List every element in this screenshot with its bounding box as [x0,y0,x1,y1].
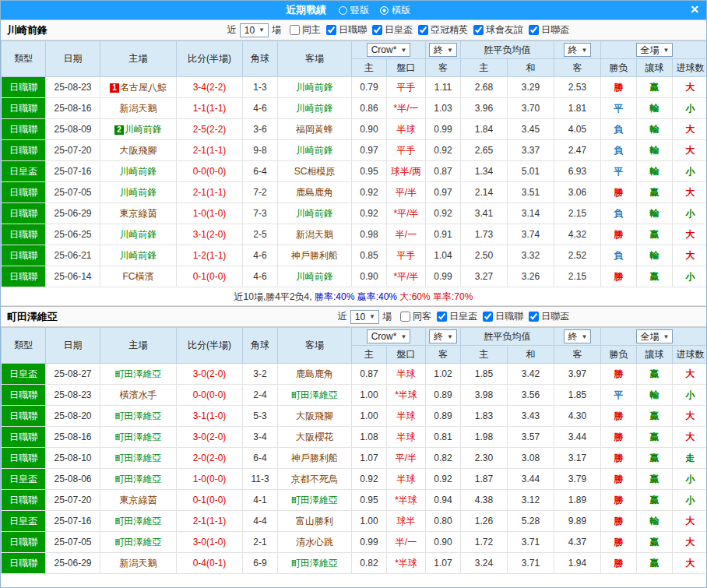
team-name-link[interactable]: 町田澤維亞 [115,516,162,526]
filter-checkbox[interactable]: 日聯盃 [529,23,569,37]
filter-checkbox[interactable]: 日職聯 [483,310,523,323]
team-name-link[interactable]: 町田澤維亞 [291,495,338,505]
team-name-link[interactable]: 川崎前鋒 [120,250,157,261]
section-header-bar: 川崎前鋒 近 10 ▼ 場 同主日職聯日皇盃亞冠精英球會友誼日聯盃 [1,19,706,40]
filter-checkbox[interactable]: 日皇盃 [372,23,413,37]
final-avg-header: 終 ▼ [554,41,601,59]
filter-checkbox[interactable]: 日聯盃 [529,310,569,323]
rank-badge: 1 [110,83,119,93]
team-name-link[interactable]: 東京綠茵 [120,208,157,219]
final-avg-select[interactable]: 終 ▼ [564,43,592,57]
team-name-link[interactable]: 鹿島鹿角 [296,368,333,379]
checkbox-input[interactable] [529,312,539,322]
team-name-link[interactable]: 川崎前鋒 [296,82,333,93]
team-name-link[interactable]: 川崎前鋒 [296,271,333,282]
score-cell: 2-1(1-1) [177,511,243,532]
checkbox-label: 同客 [413,310,431,323]
full-match-value: 全場 [641,44,660,57]
corner-cell: 4-6 [243,245,278,266]
filter-checkbox[interactable]: 日職聯 [326,23,367,37]
team-name-link[interactable]: 神戶勝利船 [291,452,338,463]
full-match-select[interactable]: 全場 ▼ [636,43,674,57]
radio-horizontal-layout[interactable]: 橫版 [380,4,410,17]
team-name-link[interactable]: 町田澤維亞 [115,368,162,379]
handicap-result-cell: 贏 [637,532,673,553]
team-name-link[interactable]: 富山勝利 [296,516,333,526]
team-name-link[interactable]: 大阪飛腳 [296,410,333,421]
checkbox-input[interactable] [400,312,410,322]
team-name-link[interactable]: 町田澤維亞 [291,389,338,400]
checkbox-input[interactable] [372,25,382,35]
home-team-cell: 町田澤維亞 [100,406,177,427]
team-name-link[interactable]: 福岡黃蜂 [296,124,333,135]
away-odds-cell: 1.07 [426,553,461,574]
final-avg-select[interactable]: 終 ▼ [564,329,592,343]
team-name-link[interactable]: 橫濱水手 [120,389,157,400]
away-odds-cell: 0.92 [426,203,461,224]
filter-checkbox[interactable]: 同客 [400,310,431,323]
corner-cell: 9-8 [243,140,278,161]
final-odds-select[interactable]: 終 ▼ [429,43,457,57]
full-match-select[interactable]: 全場 ▼ [636,329,674,343]
team-name-link[interactable]: 新潟天鵝 [296,229,333,240]
team-name-link[interactable]: 町田澤維亞 [115,537,162,548]
filter-checkbox[interactable]: 球會友誼 [473,23,523,37]
team-name-link[interactable]: FC橫濱 [123,271,154,282]
subcol-away-odds: 客 [426,59,461,77]
team-name-link[interactable]: 清水心跳 [296,537,333,548]
team-name-link[interactable]: 名古屋八鯨 [120,82,167,93]
checkbox-input[interactable] [437,312,447,322]
team-name-link[interactable]: 大阪飛腳 [120,145,157,156]
team-name-link[interactable]: 町田澤維亞 [115,452,162,463]
team-name-link[interactable]: 川崎前鋒 [296,103,333,114]
team-name-link[interactable]: 神戶勝利船 [291,250,338,261]
checkbox-input[interactable] [290,25,300,35]
checkbox-input[interactable] [529,25,539,35]
team-name-link[interactable]: 町田澤維亞 [115,431,162,442]
checkbox-input[interactable] [418,25,428,35]
filter-checkbox[interactable]: 同主 [290,23,321,37]
team-name-link[interactable]: 東京綠茵 [120,495,157,505]
filter-checkbox[interactable]: 日皇盃 [437,310,477,323]
corner-cell: 1-3 [243,77,278,98]
team-name-link[interactable]: 川崎前鋒 [120,166,157,177]
subcol-avg-home: 主 [461,59,508,77]
section-team-name: 町田澤維亞 [7,310,58,324]
checkbox-input[interactable] [483,312,493,322]
team-name-link[interactable]: 川崎前鋒 [296,208,333,219]
team-name-link[interactable]: 新潟天鵝 [120,103,157,114]
team-name-link[interactable]: 大阪櫻花 [296,431,333,442]
final-odds-select[interactable]: 終 ▼ [429,329,457,343]
avg-away-cell: 9.89 [554,511,601,532]
odds-company-select[interactable]: Crow* ▼ [367,43,411,57]
team-name-link[interactable]: 新潟天鵝 [120,558,157,569]
team-name-link[interactable]: 京都不死鳥 [291,474,338,484]
near-count-select[interactable]: 10 ▼ [240,23,269,37]
team-name-link[interactable]: 川崎前鋒 [120,229,157,240]
team-name-link[interactable]: 町田澤維亞 [291,558,338,569]
checkbox-input[interactable] [326,25,336,35]
team-name-link[interactable]: 川崎前鋒 [125,124,162,135]
near-count-select[interactable]: 10 ▼ [350,310,379,324]
col-home: 主場 [100,328,177,364]
away-odds-cell: 1.11 [426,77,461,98]
odds-company-select[interactable]: Crow* ▼ [367,329,411,343]
home-team-cell: 新潟天鵝 [100,98,177,119]
team-name-link[interactable]: 町田澤維亞 [115,410,162,421]
filter-checkbox[interactable]: 亞冠精英 [418,23,468,37]
avg-away-cell: 3.17 [554,448,601,469]
team-name-link[interactable]: 川崎前鋒 [120,187,157,198]
date-cell: 25-06-25 [46,224,100,245]
subcol-home-odds: 主 [352,346,387,364]
col-away: 客場 [278,328,352,364]
team-name-link[interactable]: 川崎前鋒 [296,145,333,156]
close-icon[interactable]: ✕ [690,3,699,16]
radio-vertical-layout[interactable]: 豎版 [339,4,369,17]
checkbox-input[interactable] [473,25,484,35]
home-odds-cell: 0.79 [352,77,387,98]
team-name-link[interactable]: SC相模原 [294,166,336,177]
team-name-link[interactable]: 町田澤維亞 [115,474,162,484]
league-cell: 日職聯 [2,490,46,511]
avg-away-cell: 4.37 [554,532,601,553]
team-name-link[interactable]: 鹿島鹿角 [296,187,333,198]
